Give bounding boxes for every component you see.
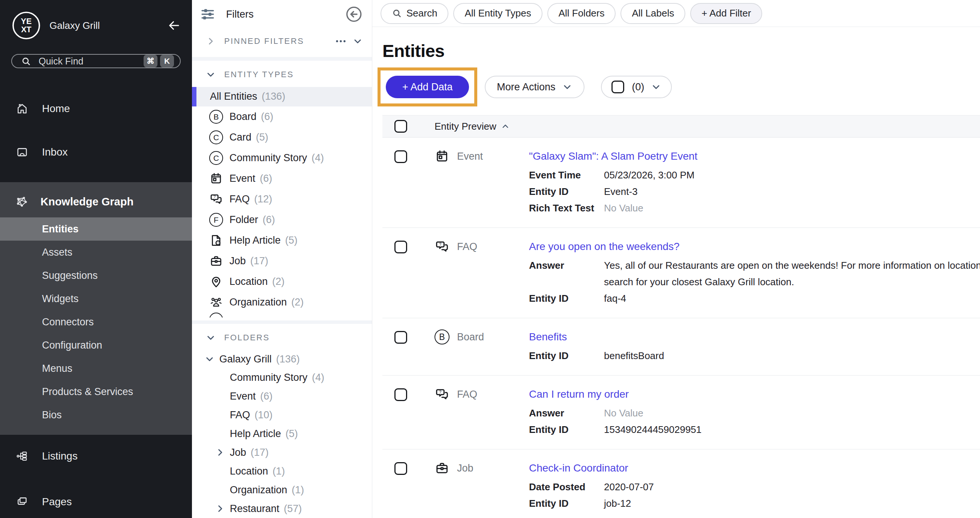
sidebar-item-configuration[interactable]: Configuration <box>0 334 192 357</box>
quick-find-input[interactable]: Quick Find ⌘ K <box>11 54 181 68</box>
sidebar-item-widgets[interactable]: Widgets <box>0 287 192 310</box>
filter-entity-type-faq[interactable]: ?FAQ(12) <box>192 189 372 210</box>
folder-organization[interactable]: Organization(1) <box>192 480 372 499</box>
folder-faq[interactable]: FAQ(10) <box>192 405 372 424</box>
filter-count: (5) <box>256 132 269 143</box>
add-filter-label: + Add Filter <box>702 8 751 19</box>
folder-job[interactable]: Job(17) <box>192 443 372 462</box>
collapse-filters-button[interactable] <box>345 5 363 23</box>
svg-text:?: ? <box>217 242 219 245</box>
pinned-filters-menu-icon[interactable] <box>334 35 347 48</box>
select-all-checkbox[interactable] <box>611 81 624 93</box>
entity-title-link[interactable]: Benefits <box>529 329 567 345</box>
chevron-up-icon[interactable] <box>501 122 510 131</box>
sidebar-item-listings[interactable]: Listings <box>0 435 192 477</box>
filter-pill-all-entity-types[interactable]: All Entity Types <box>453 3 542 24</box>
filter-count: (5) <box>285 235 298 246</box>
chevron-down-icon[interactable] <box>352 36 363 46</box>
chevron-down-icon <box>562 82 573 92</box>
pinned-filters-section-header[interactable]: PINNED FILTERS <box>192 34 372 49</box>
filter-entity-type-organization[interactable]: Organization(2) <box>192 292 372 313</box>
add-filter-button[interactable]: + Add Filter <box>690 3 762 24</box>
field-value: Yes, all of our Restaurants are open on … <box>604 257 980 290</box>
section-divider <box>192 57 372 61</box>
search-pill[interactable]: Search <box>380 3 449 24</box>
add-data-button[interactable]: + Add Data <box>386 76 469 98</box>
more-actions-button[interactable]: More Actions <box>485 76 584 98</box>
entity-title-link[interactable]: Can I return my order <box>529 387 629 402</box>
entity-title-link[interactable]: Check-in Coordinator <box>529 461 628 476</box>
sidebar-item-products-services[interactable]: Products & Services <box>0 380 192 403</box>
filter-label: Folder <box>229 214 258 226</box>
row-checkbox[interactable] <box>395 150 407 163</box>
svg-text:YE: YE <box>21 16 32 26</box>
filter-count: (4) <box>312 152 324 164</box>
entity-type-label: Job <box>457 462 474 512</box>
sidebar-item-assets[interactable]: Assets <box>0 241 192 264</box>
folder-label: Location <box>230 466 268 477</box>
sidebar-item-pages[interactable]: Pages <box>0 481 192 518</box>
sidebar-item-label: Suggestions <box>42 270 98 281</box>
entity-title-link[interactable]: Are you open on the weekends? <box>529 239 680 254</box>
sidebar-item-connectors[interactable]: Connectors <box>0 310 192 334</box>
folder-help-article[interactable]: Help Article(5) <box>192 424 372 443</box>
field-label: Event Time <box>529 167 604 183</box>
filter-count: (136) <box>262 91 285 102</box>
entity-field: Rich Text TestNo Value <box>529 200 980 216</box>
entity-types-section-header[interactable]: ENTITY TYPES <box>192 67 372 83</box>
sidebar-item-suggestions[interactable]: Suggestions <box>0 264 192 287</box>
row-checkbox[interactable] <box>395 331 407 344</box>
entity-field: Entity ID153490244459029951 <box>529 421 980 438</box>
listings-icon <box>16 450 29 462</box>
filter-entity-type-community-story[interactable]: CCommunity Story(4) <box>192 148 372 168</box>
entity-title-link[interactable]: "Galaxy Slam": A Slam Poetry Event <box>529 149 697 164</box>
sidebar-item-bios[interactable]: Bios <box>0 403 192 427</box>
filter-pill-all-folders[interactable]: All Folders <box>547 3 616 24</box>
entity-type-cell: BBoard <box>434 329 529 364</box>
filter-entity-type-job[interactable]: Job(17) <box>192 251 372 272</box>
faq-bubbles-icon: ? <box>434 239 450 254</box>
field-value: job-12 <box>604 495 631 512</box>
filter-entity-type-help-article[interactable]: ?Help Article(5) <box>192 230 372 251</box>
folder-count: (17) <box>251 447 269 458</box>
row-checkbox[interactable] <box>395 241 407 253</box>
header-checkbox[interactable] <box>395 120 407 133</box>
collapse-sidebar-arrow-icon[interactable] <box>167 19 181 32</box>
selection-count-dropdown[interactable]: (0) <box>601 76 672 98</box>
entities-page: Entities + Add Data More Actions (0) Ent… <box>372 27 980 518</box>
folder-count: (1) <box>272 466 285 477</box>
folders-section-header[interactable]: FOLDERS <box>192 330 372 346</box>
row-checkbox[interactable] <box>395 388 407 401</box>
sidebar-item-entities[interactable]: Entities <box>0 218 192 241</box>
svg-text:?: ? <box>439 242 441 246</box>
folder-label: Community Story <box>230 372 307 383</box>
sidebar-item-menus[interactable]: Menus <box>0 357 192 380</box>
entity-fields: AnswerNo ValueEntity ID15349024445902995… <box>529 405 980 438</box>
filter-entity-type-card[interactable]: CCard(5) <box>192 127 372 148</box>
table-row: ?FAQAre you open on the weekends?AnswerY… <box>382 228 980 318</box>
sidebar-item-home[interactable]: Home <box>0 89 192 128</box>
filter-entity-type-event[interactable]: Event(6) <box>192 168 372 189</box>
folder-restaurant[interactable]: Restaurant(57) <box>192 499 372 518</box>
filter-entity-type-location[interactable]: Location(2) <box>192 272 372 292</box>
row-checkbox[interactable] <box>395 462 407 475</box>
sidebar-item-inbox[interactable]: Inbox <box>0 133 192 172</box>
filter-count: (2) <box>272 276 285 288</box>
entity-preview-column-header[interactable]: Entity Preview <box>434 121 496 132</box>
folder-event[interactable]: Event(6) <box>192 387 372 405</box>
filter-pill-all-labels[interactable]: All Labels <box>620 3 685 24</box>
filter-all-entities[interactable]: All Entities (136) <box>192 87 372 107</box>
sidebar-item-label: Connectors <box>42 316 94 328</box>
folder-galaxy-grill[interactable]: Galaxy Grill (136) <box>192 350 372 368</box>
filter-count: (17) <box>250 255 269 267</box>
folder-location[interactable]: Location(1) <box>192 462 372 480</box>
folder-community-story[interactable]: Community Story(4) <box>192 368 372 387</box>
filter-entity-type-folder[interactable]: FFolder(6) <box>192 210 372 230</box>
entity-table: Event"Galaxy Slam": A Slam Poetry EventE… <box>382 138 980 518</box>
inbox-icon <box>16 146 29 159</box>
sidebar-item-knowledge-graph[interactable]: Knowledge Graph <box>0 182 192 218</box>
filter-entity-type-board[interactable]: BBoard(6) <box>192 106 372 127</box>
sidebar-item-label: Home <box>42 103 70 115</box>
field-label: Entity ID <box>529 421 604 438</box>
letter-f-icon: F <box>209 213 223 227</box>
